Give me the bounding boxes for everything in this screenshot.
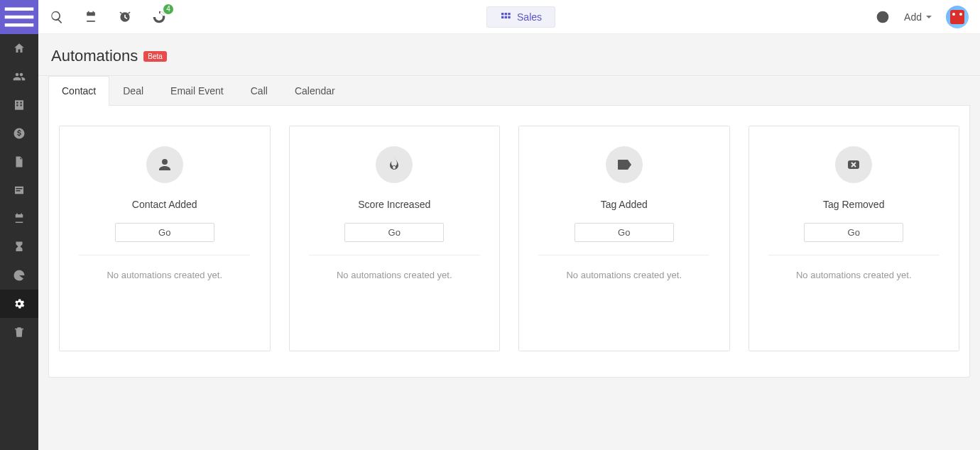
card-icon [376, 146, 413, 183]
building-icon [13, 99, 26, 111]
empty-message: No automations created yet. [337, 270, 452, 280]
tab-call[interactable]: Call [237, 76, 281, 105]
empty-message: No automations created yet. [566, 270, 682, 280]
beta-badge: Beta [143, 51, 167, 62]
divider [79, 255, 250, 256]
card-title: Score Increased [358, 199, 430, 210]
analytics-button[interactable]: 4 [152, 10, 166, 24]
tab-row: Contact Deal Email Event Call Calendar [48, 76, 970, 106]
sidebar-item-trash[interactable] [0, 318, 38, 346]
menu-toggle[interactable] [0, 0, 38, 34]
divider [309, 255, 480, 256]
empty-message: No automations created yet. [107, 270, 222, 280]
go-button[interactable]: Go [575, 223, 674, 242]
topbar: 4 Sales Add [38, 0, 980, 34]
search-button[interactable] [50, 10, 64, 24]
sidebar-item-time[interactable] [0, 233, 38, 261]
go-button[interactable]: Go [115, 223, 214, 242]
alarm-icon [118, 10, 132, 24]
go-button[interactable]: Go [804, 223, 903, 242]
sidebar-item-home[interactable] [0, 34, 38, 62]
card-contact-added: Contact Added Go No automations created … [59, 126, 271, 351]
avatar[interactable] [946, 6, 969, 28]
calendar-day-icon [84, 10, 98, 24]
calendar-button[interactable] [84, 10, 98, 24]
grid-icon [500, 11, 511, 23]
tab-contact[interactable]: Contact [48, 76, 109, 106]
card-icon [146, 146, 183, 183]
sidebar-item-reports[interactable] [0, 261, 38, 290]
form-icon [13, 184, 26, 197]
card-icon [835, 146, 872, 183]
analytics-badge: 4 [163, 4, 173, 14]
divider [768, 255, 940, 256]
home-icon [13, 42, 26, 55]
go-button[interactable]: Go [344, 223, 444, 242]
money-icon [13, 127, 26, 140]
fire-icon [386, 156, 403, 173]
person-icon [156, 156, 173, 173]
tab-calendar[interactable]: Calendar [281, 76, 349, 105]
sidebar-item-companies[interactable] [0, 91, 38, 119]
timer-button[interactable] [118, 10, 132, 24]
people-icon [13, 70, 26, 83]
sidebar-item-documents[interactable] [0, 148, 38, 176]
workspace-switcher[interactable]: Sales [486, 6, 555, 28]
document-icon [13, 155, 26, 168]
theme-toggle[interactable] [876, 10, 890, 24]
sidebar [0, 0, 38, 450]
add-menu[interactable]: Add [904, 11, 932, 23]
hourglass-icon [13, 241, 26, 253]
page-title: Automations [51, 47, 138, 65]
tab-email-event[interactable]: Email Event [157, 76, 237, 105]
card-tag-removed: Tag Removed Go No automations created ye… [748, 126, 960, 351]
page-header: Automations Beta [38, 34, 980, 76]
pie-icon [13, 269, 26, 282]
x-badge-icon [845, 156, 862, 173]
search-icon [50, 10, 64, 24]
contrast-icon [876, 10, 890, 24]
sidebar-item-deals[interactable] [0, 119, 38, 148]
tab-deal[interactable]: Deal [109, 76, 157, 105]
sidebar-item-calendar[interactable] [0, 204, 38, 233]
add-label: Add [904, 11, 922, 23]
divider [538, 255, 709, 256]
cards-panel: Contact Added Go No automations created … [48, 106, 970, 378]
chevron-down-icon [926, 16, 932, 18]
workspace-label: Sales [517, 11, 542, 23]
tag-icon [616, 156, 633, 173]
card-title: Tag Removed [823, 199, 884, 210]
menu-icon [0, 0, 38, 36]
card-score-increased: Score Increased Go No automations create… [289, 126, 501, 351]
avatar-icon [950, 10, 964, 24]
empty-message: No automations created yet. [796, 270, 912, 280]
sidebar-item-contacts[interactable] [0, 62, 38, 91]
trash-icon [13, 326, 26, 339]
sidebar-item-forms[interactable] [0, 176, 38, 204]
card-title: Contact Added [132, 199, 197, 210]
sidebar-item-automations[interactable] [0, 290, 38, 318]
card-icon [606, 146, 643, 183]
gears-icon [13, 297, 26, 310]
calendar-icon [13, 212, 26, 225]
card-tag-added: Tag Added Go No automations created yet. [518, 126, 730, 351]
card-title: Tag Added [601, 199, 648, 210]
